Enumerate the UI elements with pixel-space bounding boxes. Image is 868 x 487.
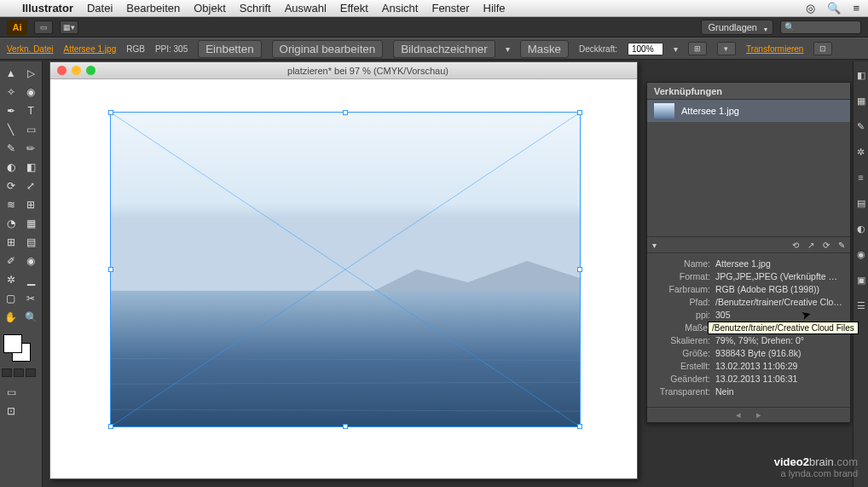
edit-toolbar-icon[interactable]: ⊡ (2, 403, 20, 420)
menu-effekt[interactable]: Effekt (340, 2, 368, 14)
menu-hilfe[interactable]: Hilfe (483, 2, 506, 14)
line-tool-icon[interactable]: ╲ (2, 121, 20, 138)
stroke-panel-icon[interactable]: ≡ (855, 172, 867, 184)
val-path[interactable]: /Benutzer/trainer/Creative Cloud Files📁 (715, 297, 843, 307)
menu-auswahl[interactable]: Auswahl (285, 2, 327, 14)
edit-original-icon[interactable]: ✎ (838, 241, 845, 250)
fill-stroke-swatch[interactable] (2, 333, 36, 362)
rectangle-tool-icon[interactable]: ▭ (22, 121, 41, 138)
selection-tool-icon[interactable]: ▲ (2, 65, 20, 82)
handle-bm[interactable] (343, 424, 348, 429)
menu-bearbeiten[interactable]: Bearbeiten (126, 2, 180, 14)
document-titlebar[interactable]: platzieren* bei 97 % (CMYK/Vorschau) (50, 62, 637, 79)
fill-swatch[interactable] (3, 334, 22, 353)
next-link-icon[interactable]: ▸ (756, 409, 761, 420)
handle-tr[interactable] (577, 110, 582, 115)
menu-datei[interactable]: Datei (87, 2, 113, 14)
mesh-tool-icon[interactable]: ⊞ (2, 234, 20, 251)
triangle-toggle-icon[interactable]: ▾ (652, 241, 657, 250)
handle-br[interactable] (577, 424, 582, 429)
opacity-arrow-icon[interactable]: ▾ (674, 44, 678, 54)
menu-fenster[interactable]: Fenster (431, 2, 469, 14)
zoom-tool-icon[interactable]: 🔍 (22, 309, 41, 326)
handle-ml[interactable] (108, 267, 113, 272)
symbols-panel-icon[interactable]: ✲ (855, 147, 867, 159)
perspective-tool-icon[interactable]: ▦ (22, 215, 41, 232)
graphic-styles-panel-icon[interactable]: ▣ (855, 275, 867, 287)
width-tool-icon[interactable]: ≋ (2, 196, 20, 213)
paintbrush-tool-icon[interactable]: ✎ (2, 140, 20, 157)
transform-options-icon[interactable]: ⊡ (813, 42, 832, 55)
embed-button[interactable]: Einbetten (198, 40, 261, 58)
doc-grid-icon[interactable]: ▦▾ (60, 20, 78, 34)
linked-file-label[interactable]: Verkn. Datei (7, 44, 53, 54)
relink-icon[interactable]: ⟲ (792, 241, 799, 250)
app-name[interactable]: Illustrator (22, 2, 73, 14)
doc-arrange-icon[interactable]: ▭ (34, 20, 53, 34)
swatches-panel-icon[interactable]: ▦ (855, 96, 867, 107)
gradient-mode-icon[interactable] (14, 368, 24, 377)
update-link-icon[interactable]: ⟳ (823, 241, 830, 250)
color-mode-icon[interactable] (2, 368, 12, 377)
workspace-switcher[interactable]: Grundlagen ▾ (701, 20, 774, 35)
spotlight-icon[interactable]: 🔍 (827, 2, 841, 14)
window-close-icon[interactable] (57, 66, 67, 75)
edit-original-button[interactable]: Original bearbeiten (272, 40, 384, 58)
prev-link-icon[interactable]: ◂ (736, 409, 741, 420)
lasso-tool-icon[interactable]: ◉ (22, 84, 41, 101)
pen-tool-icon[interactable]: ✒ (2, 102, 20, 119)
pencil-tool-icon[interactable]: ✏ (22, 140, 41, 157)
ai-logo-icon[interactable]: Ai (7, 20, 27, 35)
menu-objekt[interactable]: Objekt (194, 2, 226, 14)
link-item[interactable]: Attersee 1.jpg (647, 100, 850, 122)
graph-tool-icon[interactable]: ▁ (22, 271, 41, 288)
linked-filename[interactable]: Attersee 1.jpg (63, 44, 116, 54)
eraser-tool-icon[interactable]: ◧ (22, 159, 41, 176)
transparency-panel-icon[interactable]: ◐ (855, 223, 867, 235)
window-zoom-icon[interactable] (86, 66, 95, 75)
mask-button[interactable]: Maske (520, 40, 569, 58)
handle-tl[interactable] (108, 110, 113, 115)
gradient-tool-icon[interactable]: ▤ (22, 234, 41, 251)
symbol-sprayer-tool-icon[interactable]: ✲ (2, 271, 20, 288)
handle-tm[interactable] (343, 110, 348, 115)
image-trace-button[interactable]: Bildnachzeichner (393, 40, 495, 58)
layers-panel-icon[interactable]: ☰ (855, 300, 867, 312)
blob-brush-tool-icon[interactable]: ◐ (2, 159, 20, 176)
blend-tool-icon[interactable]: ◉ (22, 252, 41, 270)
align-icon[interactable]: ⊞ (688, 42, 707, 55)
search-input[interactable]: 🔍 (780, 20, 861, 34)
placed-image[interactable] (110, 112, 581, 427)
free-transform-tool-icon[interactable]: ⊞ (22, 196, 41, 213)
artboard-tool-icon[interactable]: ▢ (2, 290, 20, 307)
scale-tool-icon[interactable]: ⤢ (22, 177, 41, 194)
menu-extra-icon[interactable]: ≡ (853, 2, 859, 14)
image-trace-arrow-icon[interactable]: ▾ (506, 44, 510, 54)
cc-icon[interactable]: ◎ (806, 2, 815, 14)
brushes-panel-icon[interactable]: ✎ (855, 121, 867, 133)
shape-builder-tool-icon[interactable]: ◔ (2, 215, 20, 232)
menu-ansicht[interactable]: Ansicht (382, 2, 419, 14)
magic-wand-tool-icon[interactable]: ✧ (2, 84, 20, 101)
handle-bl[interactable] (108, 424, 113, 429)
direct-selection-tool-icon[interactable]: ▷ (22, 65, 41, 82)
transform-link[interactable]: Transformieren (746, 44, 803, 54)
type-tool-icon[interactable]: T (22, 102, 41, 119)
window-minimize-icon[interactable] (72, 66, 81, 75)
appearance-panel-icon[interactable]: ◉ (855, 249, 867, 261)
rotate-tool-icon[interactable]: ⟳ (2, 177, 20, 194)
hand-tool-icon[interactable]: ✋ (2, 309, 20, 326)
color-panel-icon[interactable]: ◧ (855, 70, 867, 82)
align-arrow-icon[interactable]: ▾ (717, 42, 736, 55)
screen-mode-icon[interactable]: ▭ (2, 384, 20, 401)
links-list[interactable]: Attersee 1.jpg (647, 100, 850, 236)
gradient-panel-icon[interactable]: ▤ (855, 198, 867, 210)
menu-schrift[interactable]: Schrift (240, 2, 271, 14)
goto-link-icon[interactable]: ↗ (807, 241, 814, 250)
slice-tool-icon[interactable]: ✂ (22, 290, 41, 307)
canvas[interactable] (50, 79, 637, 478)
eyedropper-tool-icon[interactable]: ✐ (2, 252, 20, 270)
links-panel-tab[interactable]: Verknüpfungen (647, 83, 850, 100)
opacity-input[interactable]: 100% (628, 43, 663, 55)
none-mode-icon[interactable] (26, 368, 36, 377)
